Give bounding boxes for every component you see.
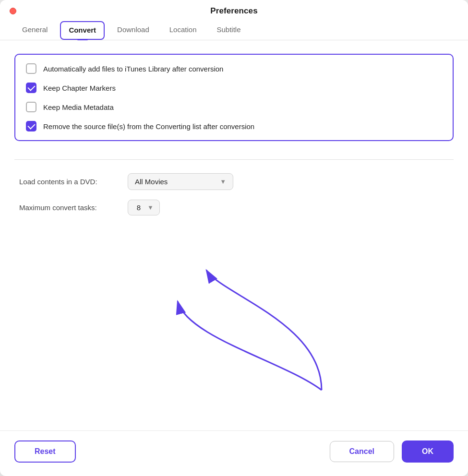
option-itunes: Automatically add files to iTunes Librar… (26, 63, 442, 74)
reset-button[interactable]: Reset (14, 440, 76, 463)
checkbox-remove[interactable] (26, 121, 36, 131)
tab-subtitle[interactable]: Subtitle (209, 22, 249, 39)
tab-location[interactable]: Location (162, 22, 204, 39)
dvd-label: Load contents in a DVD: (19, 178, 120, 186)
option-remove-label: Remove the source file(s) from the Conve… (43, 122, 254, 131)
checkbox-itunes[interactable] (26, 63, 36, 74)
tasks-value: 8 (134, 203, 144, 212)
cancel-button[interactable]: Cancel (330, 441, 394, 462)
tab-general[interactable]: General (14, 22, 55, 39)
tab-download[interactable]: Download (109, 22, 157, 39)
annotation-arrows (14, 215, 454, 421)
settings-section: Load contents in a DVD: All Movies ▼ Max… (14, 173, 454, 215)
close-button[interactable] (10, 8, 16, 14)
divider (14, 159, 454, 160)
option-chapter-label: Keep Chapter Markers (43, 84, 116, 92)
annotation-area (14, 215, 454, 421)
dvd-setting-row: Load contents in a DVD: All Movies ▼ (19, 173, 454, 190)
tab-convert[interactable]: Convert (60, 21, 105, 40)
tabs-bar: General Convert Download Location Subtit… (0, 18, 468, 40)
checkbox-metadata[interactable] (26, 102, 36, 112)
checkbox-chapter[interactable] (26, 83, 36, 93)
content-area: Automatically add files to iTunes Librar… (0, 40, 468, 430)
option-metadata-label: Keep Media Metadata (43, 103, 114, 111)
option-chapter: Keep Chapter Markers (26, 83, 442, 93)
tasks-label: Maximum convert tasks: (19, 203, 120, 212)
footer-right: Cancel OK (330, 440, 454, 463)
footer: Reset Cancel OK (0, 430, 468, 476)
tasks-setting-row: Maximum convert tasks: 8 ▼ (19, 200, 454, 215)
option-metadata: Keep Media Metadata (26, 102, 442, 112)
tasks-stepper[interactable]: 8 ▼ (128, 200, 160, 215)
chevron-down-icon: ▼ (147, 204, 154, 211)
chevron-down-icon: ▼ (220, 178, 226, 185)
title-bar: Preferences (0, 0, 468, 18)
dvd-dropdown[interactable]: All Movies ▼ (128, 173, 233, 190)
dvd-dropdown-value: All Movies (135, 178, 168, 186)
ok-button[interactable]: OK (402, 440, 454, 463)
window-title: Preferences (210, 6, 257, 16)
option-itunes-label: Automatically add files to iTunes Librar… (43, 65, 223, 73)
options-box: Automatically add files to iTunes Librar… (14, 54, 454, 141)
option-remove: Remove the source file(s) from the Conve… (26, 121, 442, 131)
preferences-window: Preferences General Convert Download Loc… (0, 0, 468, 476)
